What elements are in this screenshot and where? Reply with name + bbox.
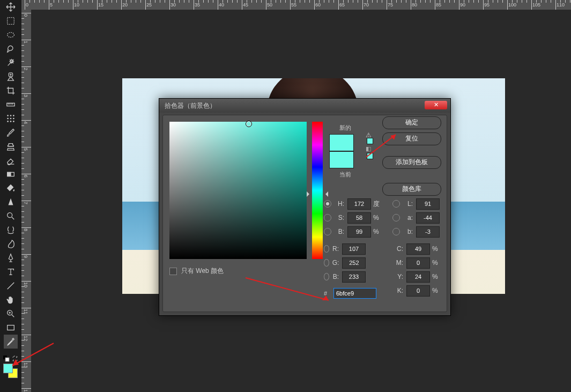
radio-g[interactable] xyxy=(324,259,329,267)
color-swatches[interactable] xyxy=(3,364,19,380)
radio-a[interactable] xyxy=(392,214,400,221)
healing-brush-tool[interactable] xyxy=(4,70,18,84)
eraser-tool[interactable] xyxy=(4,153,18,167)
unit-h: 度 xyxy=(373,199,383,209)
pattern-stamp-tool[interactable] xyxy=(4,112,18,125)
default-colors-icon[interactable] xyxy=(3,356,10,362)
paint-bucket-tool[interactable] xyxy=(4,181,18,195)
input-k[interactable] xyxy=(406,285,430,297)
color-picker-dialog: 拾色器（前景色） ✕ 新的 当前 ⚠ ◧ xyxy=(159,98,451,316)
tool-sidebar xyxy=(0,0,21,392)
input-s[interactable] xyxy=(347,212,371,224)
app-root: 0510152025303540455055606570758085909510… xyxy=(0,0,571,392)
smudge-tool[interactable] xyxy=(4,237,18,251)
reset-button[interactable]: 复位 xyxy=(382,132,441,145)
canvas-stage: 拾色器（前景色） ✕ 新的 当前 ⚠ ◧ xyxy=(31,10,571,392)
dodge-tool[interactable] xyxy=(4,209,18,223)
radio-l[interactable] xyxy=(392,200,400,208)
hand-tool[interactable] xyxy=(4,293,18,307)
input-a[interactable] xyxy=(416,212,440,224)
input-b-lab[interactable] xyxy=(416,226,440,238)
radio-r[interactable] xyxy=(324,245,329,253)
ruler-tool[interactable] xyxy=(4,98,18,112)
input-b-rgb[interactable] xyxy=(342,271,366,283)
input-c[interactable] xyxy=(406,243,430,255)
magic-wand-tool[interactable] xyxy=(4,56,18,70)
label-b-rgb: B: xyxy=(332,273,339,280)
sv-color-field[interactable] xyxy=(169,122,307,259)
svg-rect-0 xyxy=(8,18,14,25)
input-g[interactable] xyxy=(342,257,366,269)
web-only-checkbox[interactable] xyxy=(169,268,177,275)
unit-c: % xyxy=(432,245,442,253)
label-r: R: xyxy=(332,245,339,253)
unit-y: % xyxy=(432,273,442,280)
zoom-tool[interactable] xyxy=(4,307,18,321)
radio-b-rgb[interactable] xyxy=(324,273,329,280)
dialog-body: 新的 当前 ⚠ ◧ 确定 复位 添加到色板 颜色库 xyxy=(162,115,447,312)
close-button[interactable]: ✕ xyxy=(425,101,447,109)
unit-m: % xyxy=(432,259,442,267)
radio-b-hsb[interactable] xyxy=(324,228,331,235)
label-a: a: xyxy=(403,214,413,221)
burn-tool[interactable] xyxy=(4,223,18,237)
radio-b-lab[interactable] xyxy=(392,228,400,235)
input-l[interactable] xyxy=(416,198,440,210)
gradient-tool[interactable] xyxy=(4,167,18,181)
clone-stamp-tool[interactable] xyxy=(4,139,18,153)
hue-slider[interactable] xyxy=(312,122,323,259)
sharpen-tool[interactable] xyxy=(4,195,18,209)
foreground-color-swatch[interactable] xyxy=(3,364,13,373)
hex-input[interactable] xyxy=(333,288,376,299)
rectangle-tool[interactable] xyxy=(4,321,18,335)
label-k: K: xyxy=(394,287,403,294)
svg-point-15 xyxy=(8,213,12,218)
label-b-hsb: B: xyxy=(335,228,344,235)
line-tool[interactable] xyxy=(4,279,18,293)
svg-point-11 xyxy=(10,121,12,122)
eyedropper-tool[interactable] xyxy=(4,335,18,349)
websafe-warning-icon[interactable]: ◧ xyxy=(366,145,371,152)
input-b-hsb[interactable] xyxy=(347,226,371,238)
new-color-swatch xyxy=(329,134,354,151)
label-g: G: xyxy=(332,259,339,267)
swap-colors-icon[interactable] xyxy=(12,356,18,362)
ellipse-marquee-tool[interactable] xyxy=(4,28,18,42)
rect-marquee-tool[interactable] xyxy=(4,14,18,28)
brush-tool[interactable] xyxy=(4,125,18,139)
move-tool[interactable] xyxy=(4,0,18,14)
input-y[interactable] xyxy=(406,271,430,283)
gamut-clip-swatch[interactable] xyxy=(367,138,373,144)
svg-rect-19 xyxy=(5,358,9,361)
websafe-clip-swatch[interactable] xyxy=(367,153,373,159)
ok-button[interactable]: 确定 xyxy=(382,116,441,129)
type-tool[interactable] xyxy=(4,265,18,279)
radio-s[interactable] xyxy=(324,214,331,221)
horizontal-ruler: 0510152025303540455055606570758085909510… xyxy=(21,0,571,10)
sv-cursor-icon xyxy=(246,121,252,127)
input-m[interactable] xyxy=(406,257,430,269)
color-library-button[interactable]: 颜色库 xyxy=(382,183,441,196)
svg-point-9 xyxy=(13,118,14,120)
svg-point-12 xyxy=(13,121,14,122)
input-r[interactable] xyxy=(342,243,366,255)
pen-tool[interactable] xyxy=(4,251,18,265)
input-h[interactable] xyxy=(347,198,371,210)
current-label: 当前 xyxy=(329,171,361,179)
web-only-row[interactable]: 只有 Web 颜色 xyxy=(169,267,224,276)
vertical-ruler: 01234567891011121314 xyxy=(21,10,32,392)
svg-point-10 xyxy=(7,121,9,122)
swatch-reset-row[interactable] xyxy=(3,356,20,362)
label-y: Y: xyxy=(394,273,403,280)
label-l: L: xyxy=(403,200,413,208)
crop-tool[interactable] xyxy=(4,84,18,98)
current-color-swatch[interactable] xyxy=(329,151,354,168)
label-h: H: xyxy=(335,200,344,208)
radio-h[interactable] xyxy=(324,200,331,208)
dialog-titlebar[interactable]: 拾色器（前景色） ✕ xyxy=(159,99,450,113)
label-c: C: xyxy=(394,245,403,253)
hex-row: # xyxy=(324,288,376,299)
lasso-tool[interactable] xyxy=(4,42,18,56)
add-swatch-button[interactable]: 添加到色板 xyxy=(382,156,441,169)
svg-rect-17 xyxy=(8,326,14,330)
